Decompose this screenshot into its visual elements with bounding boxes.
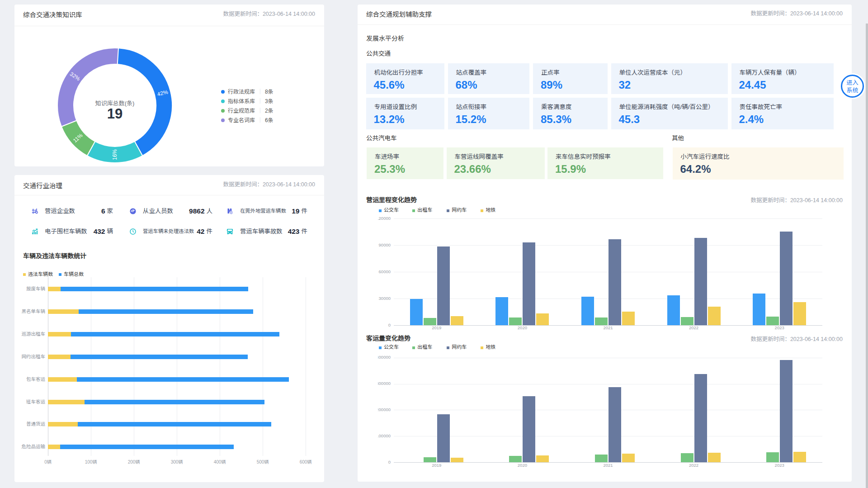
svg-text:16%: 16% [112, 149, 118, 160]
svg-text:19: 19 [107, 106, 123, 122]
